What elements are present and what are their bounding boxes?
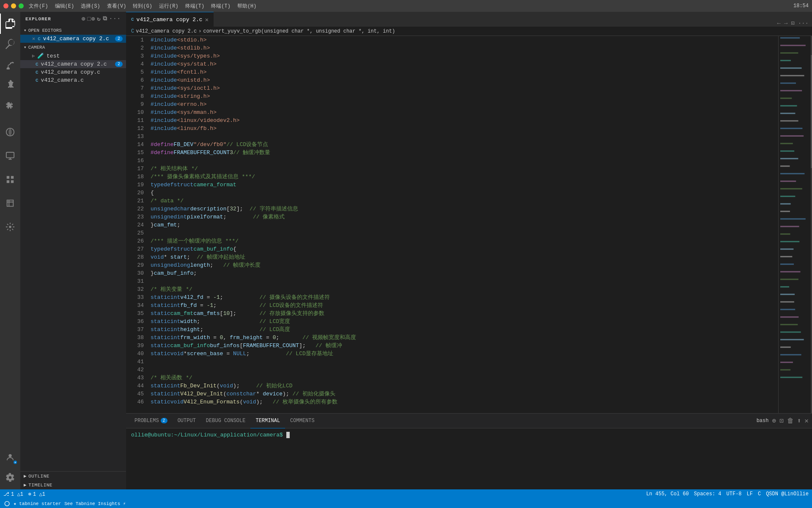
c-file-icon: C — [36, 70, 38, 75]
remote-icon — [3, 500, 10, 507]
go-forward-icon[interactable]: → — [784, 20, 787, 27]
line-numbers: 1234567891011121314151617181920212223242… — [126, 36, 147, 413]
maximize-panel-icon[interactable]: ⬆ — [797, 417, 801, 425]
activity-settings[interactable] — [0, 467, 20, 488]
window-controls[interactable] — [3, 3, 24, 8]
mode-item[interactable]: QSDN @LinOllie — [766, 491, 809, 497]
timeline-section[interactable]: ▶ TIMELINE — [20, 480, 126, 489]
panel-tab-output[interactable]: OUTPUT — [173, 414, 201, 428]
tabnine-hint[interactable]: See Tabnine Insights ⚡ — [64, 501, 126, 506]
sidebar-header-icons[interactable]: ⊕ □⊕ ↻ ⧉ ··· — [82, 15, 121, 22]
minimap[interactable] — [778, 36, 812, 413]
split-editor-icon[interactable]: ⊡ — [791, 19, 794, 27]
go-back-icon[interactable]: ← — [777, 20, 781, 27]
git-branch-label: 1 △1 — [11, 491, 23, 497]
main-layout: ★ EXPLORER ⊕ □⊕ ↻ ⧉ ··· ▾ OPEN EDITORS ✕ — [0, 12, 812, 489]
activity-app1[interactable] — [0, 146, 20, 166]
camera-file-1[interactable]: C v412_camera copy 2.c 2 — [20, 60, 126, 68]
activity-app3[interactable] — [0, 193, 20, 213]
panel-tab-problems[interactable]: PROBLEMS 2 — [129, 414, 173, 428]
open-editors-section[interactable]: ▾ OPEN EDITORS — [20, 26, 126, 35]
maximize-button[interactable] — [19, 3, 24, 8]
file-icon-small: C — [131, 28, 134, 34]
spaces-item[interactable]: Spaces: 4 — [694, 491, 721, 497]
line-ending-item[interactable]: LF — [747, 491, 753, 497]
editor-tab-0[interactable]: C v412_camera copy 2.c ✕ — [126, 12, 214, 27]
open-editor-filename: v412_camera copy 2.c — [43, 36, 109, 42]
outline-section[interactable]: ▶ OUTLINE — [20, 472, 126, 480]
errors-item[interactable]: ⊗ 1 △1 — [28, 491, 45, 497]
activity-app2[interactable] — [0, 169, 20, 190]
titlebar: 文件(F) 编辑(E) 选择(S) 查看(V) 转到(G) 运行(R) 终端(T… — [0, 0, 812, 12]
minimize-button[interactable] — [11, 3, 16, 8]
activity-app4[interactable] — [0, 217, 20, 237]
close-panel-icon[interactable]: ✕ — [804, 417, 809, 425]
breadcrumb-file[interactable]: v412_camera copy 2.c — [136, 28, 197, 34]
camera-file-3[interactable]: C v412_camera.c — [20, 76, 126, 84]
status-bar-left: ⎇ 1 △1 ⊗ 1 △1 — [3, 491, 45, 497]
menu-edit[interactable]: 编辑(E) — [55, 3, 74, 10]
new-file-icon[interactable]: ⊕ — [82, 15, 85, 22]
refresh-icon[interactable]: ↻ — [97, 15, 101, 22]
menu-run[interactable]: 运行(R) — [159, 3, 178, 10]
more-icon[interactable]: ··· — [109, 15, 121, 22]
panel-body[interactable]: ollie@ubuntu:~/Linux/Linux_application/c… — [126, 428, 812, 489]
spaces-label: Spaces: 4 — [694, 491, 721, 497]
camera-file-2[interactable]: C v412_camera copy.c — [20, 68, 126, 76]
encoding-label: UTF-8 — [727, 491, 742, 497]
c-file-icon: C — [36, 62, 38, 67]
activity-explorer[interactable] — [0, 14, 20, 34]
menu-view[interactable]: 查看(V) — [107, 3, 126, 10]
menu-select[interactable]: 选择(S) — [81, 3, 100, 10]
panel-tab-terminal[interactable]: TERMINAL — [250, 414, 285, 428]
activity-extensions[interactable] — [0, 95, 20, 115]
activity-debug[interactable] — [0, 75, 20, 95]
svg-rect-2 — [7, 176, 9, 179]
breadcrumb-function[interactable]: convert_yuyv_to_rgb(unsigned char *, uns… — [203, 28, 395, 34]
panel-tab-debug[interactable]: DEBUG CONSOLE — [201, 414, 251, 428]
titlebar-right: 18:54 — [793, 3, 809, 9]
tab-file-icon: C — [131, 17, 134, 22]
language-item[interactable]: C — [758, 491, 761, 497]
status-bar-right: Ln 455, Col 60 Spaces: 4 UTF-8 LF C QSDN… — [646, 491, 809, 497]
test-folder-item[interactable]: ▷ 🧪 test — [20, 52, 126, 60]
status-bar: ⎇ 1 △1 ⊗ 1 △1 Ln 455, Col 60 Spaces: 4 U… — [0, 489, 812, 499]
encoding-item[interactable]: UTF-8 — [727, 491, 742, 497]
svg-rect-1 — [6, 152, 14, 158]
activity-git[interactable] — [0, 54, 20, 75]
code-editor-container: 1234567891011121314151617181920212223242… — [126, 36, 812, 413]
error-icon: ⊗ — [28, 491, 31, 497]
activity-search[interactable] — [0, 34, 20, 54]
activity-remote[interactable] — [0, 122, 20, 142]
open-editor-item[interactable]: ✕ C v412_camera copy 2.c 2 — [20, 35, 126, 43]
menu-file[interactable]: 文件(F) — [29, 3, 48, 10]
menu-bar[interactable]: 文件(F) 编辑(E) 选择(S) 查看(V) 转到(G) 运行(R) 终端(T… — [29, 3, 256, 10]
collapse-all-icon[interactable]: ⧉ — [103, 15, 107, 22]
more-actions-icon[interactable]: ··· — [798, 20, 809, 27]
menu-help[interactable]: 帮助(H) — [237, 3, 257, 10]
chevron-right-icon: ▶ — [24, 482, 27, 488]
new-folder-icon[interactable]: □⊕ — [88, 15, 96, 22]
panel-controls: bash ⊕ ⊡ 🗑 ⬆ ✕ — [757, 417, 809, 425]
menu-terminal[interactable]: 终端(T) — [185, 3, 205, 10]
current-time: 18:54 — [793, 3, 809, 9]
svg-rect-5 — [11, 180, 14, 183]
menu-terminal2[interactable]: 终端(T) — [211, 3, 230, 10]
line-ending-label: LF — [747, 491, 753, 497]
code-content[interactable]: #include <stdio.h>#include <stdlib.h>#in… — [147, 36, 778, 413]
menu-goto[interactable]: 转到(G) — [133, 3, 152, 10]
git-branch-item[interactable]: ⎇ 1 △1 — [3, 491, 23, 497]
close-icon[interactable]: ✕ — [32, 36, 35, 42]
split-terminal-icon[interactable]: ⊡ — [779, 417, 784, 425]
activity-account[interactable]: ★ — [0, 447, 20, 467]
terminal-cursor — [286, 432, 290, 438]
sidebar-title: EXPLORER ⊕ □⊕ ↻ ⧉ ··· — [20, 12, 126, 26]
ln-col-item[interactable]: Ln 455, Col 60 — [646, 491, 689, 497]
add-terminal-icon[interactable]: ⊕ — [772, 417, 776, 425]
c-file-icon: C — [38, 36, 41, 41]
trash-icon[interactable]: 🗑 — [787, 417, 794, 425]
close-button[interactable] — [3, 3, 8, 8]
panel-tab-comments[interactable]: COMMENTS — [285, 414, 320, 428]
camera-section[interactable]: ▾ CAMERA — [20, 43, 126, 52]
svg-point-7 — [8, 454, 11, 457]
